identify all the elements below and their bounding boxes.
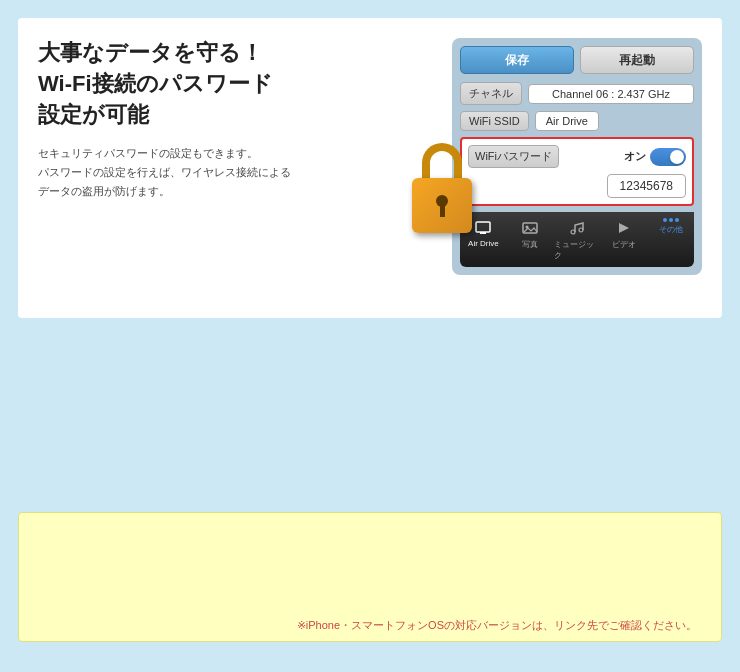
channel-label: チャネル	[460, 82, 522, 105]
toggle-container: オン	[624, 148, 686, 166]
music-icon	[565, 218, 589, 238]
description-line2: パスワードの設定を行えば、ワイヤレス接続による	[38, 166, 291, 178]
card-left: 大事なデータを守る！Wi-Fi接続のパスワード設定が可能 セキュリティパスワード…	[38, 38, 432, 200]
photos-icon	[518, 218, 542, 238]
restart-button[interactable]: 再起動	[580, 46, 694, 74]
svg-point-5	[579, 228, 583, 232]
video-icon	[612, 218, 636, 238]
lock-shackle	[422, 143, 462, 183]
lock-keyhole	[434, 195, 450, 217]
toggle-on-label: オン	[624, 149, 646, 164]
password-section: WiFiパスワード オン 12345678	[460, 137, 694, 206]
description-line3: データの盗用が防げます。	[38, 185, 170, 197]
password-value-row: 12345678	[468, 174, 686, 198]
note-area: ※iPhone・スマートフォンOSの対応バージョンは、リンク先でご確認ください。	[18, 512, 722, 642]
ssid-value: Air Drive	[535, 111, 599, 131]
tab-bar: Air Drive 写真	[460, 212, 694, 267]
toggle-switch[interactable]	[650, 148, 686, 166]
ssid-row: WiFi SSID Air Drive	[460, 111, 694, 131]
channel-row: チャネル Channel 06 : 2.437 GHz	[460, 82, 694, 105]
tab-other[interactable]: その他	[647, 216, 694, 263]
tab-photos-label: 写真	[522, 239, 538, 250]
card-description: セキュリティパスワードの設定もできます。 パスワードの設定を行えば、ワイヤレス接…	[38, 144, 412, 200]
buttons-row: 保存 再起動	[460, 46, 694, 74]
main-container: 大事なデータを守る！Wi-Fi接続のパスワード設定が可能 セキュリティパスワード…	[0, 0, 740, 672]
channel-value: Channel 06 : 2.437 GHz	[528, 84, 694, 104]
lock-body	[412, 178, 472, 233]
lock-icon	[402, 143, 482, 233]
tab-music-label: ミュージック	[554, 239, 601, 261]
description-line1: セキュリティパスワードの設定もできます。	[38, 147, 258, 159]
svg-marker-6	[619, 223, 629, 233]
tab-air-drive-label: Air Drive	[468, 239, 499, 248]
save-button[interactable]: 保存	[460, 46, 574, 74]
card-title: 大事なデータを守る！Wi-Fi接続のパスワード設定が可能	[38, 38, 412, 130]
password-value: 12345678	[607, 174, 686, 198]
phone-mockup: 保存 再起動 チャネル Channel 06 : 2.437 GHz WiFi …	[452, 38, 702, 275]
tab-video[interactable]: ビデオ	[600, 216, 647, 263]
tab-music[interactable]: ミュージック	[554, 216, 601, 263]
tab-other-dots	[663, 218, 679, 222]
main-card: 大事なデータを守る！Wi-Fi接続のパスワード設定が可能 セキュリティパスワード…	[18, 18, 722, 318]
ssid-label: WiFi SSID	[460, 111, 529, 131]
card-right: 保存 再起動 チャネル Channel 06 : 2.437 GHz WiFi …	[432, 38, 702, 275]
tab-other-label: その他	[659, 224, 683, 235]
svg-point-4	[571, 230, 575, 234]
tab-video-label: ビデオ	[612, 239, 636, 250]
password-row: WiFiパスワード オン	[468, 145, 686, 168]
note-footer: ※iPhone・スマートフォンOSの対応バージョンは、リンク先でご確認ください。	[297, 618, 697, 633]
tab-photos[interactable]: 写真	[507, 216, 554, 263]
keyhole-stem	[440, 205, 445, 217]
